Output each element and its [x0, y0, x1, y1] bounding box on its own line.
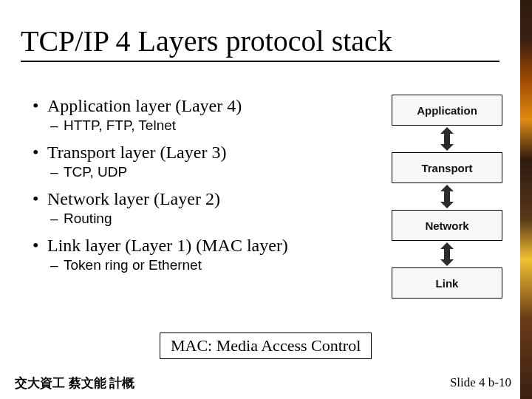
stack-box-transport: Transport	[392, 152, 502, 183]
footer-left: 交大資工 蔡文能 計概	[15, 375, 134, 392]
svg-marker-1	[440, 185, 454, 208]
slide-title: TCP/IP 4 Layers protocol stack	[21, 24, 392, 58]
bullet-subitem: Routing	[50, 211, 347, 227]
double-arrow-icon	[392, 241, 502, 267]
bullet-item: Network layer (Layer 2)	[30, 189, 347, 209]
layer-stack: Application Transport Network Link	[392, 95, 502, 299]
bullet-item: Application layer (Layer 4)	[30, 96, 347, 116]
bullet-item: Transport layer (Layer 3)	[30, 143, 347, 163]
decorative-stripe	[520, 0, 532, 399]
stack-box-link: Link	[392, 267, 502, 299]
slide: TCP/IP 4 Layers protocol stack Applicati…	[0, 0, 532, 399]
title-underline	[21, 61, 499, 62]
mac-note-box: MAC: Media Access Control	[160, 332, 372, 359]
footer-right: Slide 4 b-10	[450, 375, 511, 390]
svg-marker-0	[440, 127, 454, 151]
bullet-subitem: TCP, UDP	[50, 164, 347, 180]
double-arrow-icon	[392, 183, 502, 210]
bullet-item: Link layer (Layer 1) (MAC layer)	[30, 236, 347, 256]
double-arrow-icon	[392, 126, 502, 152]
bullet-list: Application layer (Layer 4) HTTP, FTP, T…	[30, 89, 347, 282]
bullet-subitem: Token ring or Ethernet	[50, 257, 347, 273]
bullet-subitem: HTTP, FTP, Telnet	[50, 117, 347, 134]
stack-box-application: Application	[392, 95, 502, 126]
svg-marker-2	[440, 242, 454, 266]
stack-box-network: Network	[392, 210, 502, 241]
